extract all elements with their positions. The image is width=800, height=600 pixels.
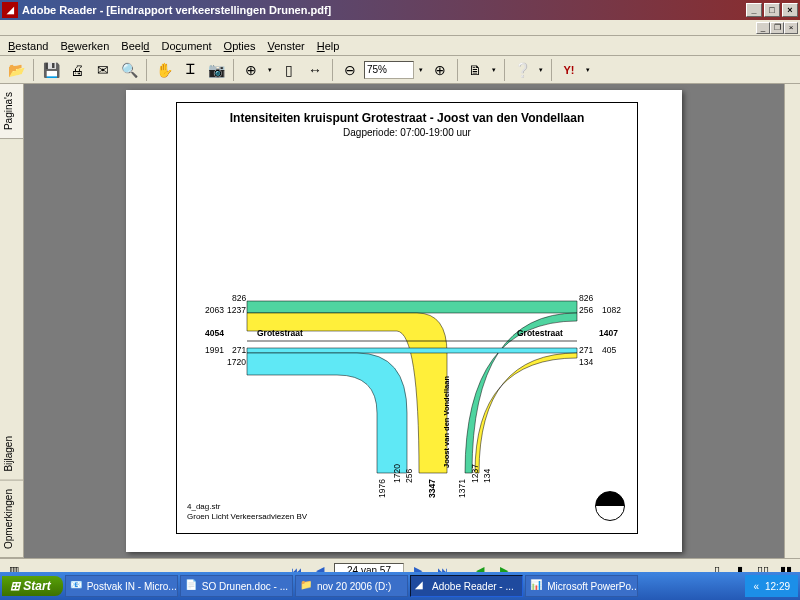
- save-copy-button[interactable]: 💾: [39, 58, 63, 82]
- footer-file: 4_dag.str: [187, 502, 220, 511]
- mdi-controls: _ ❐ ×: [0, 20, 800, 36]
- lbl-s-lpa: 1720: [392, 464, 402, 483]
- zoom-rect-button[interactable]: ⊕: [239, 58, 263, 82]
- lbl-w-botfar: 1720: [227, 357, 246, 367]
- help-button[interactable]: ❔: [510, 58, 534, 82]
- zoom-in-button[interactable]: ⊕: [428, 58, 452, 82]
- help-dd[interactable]: ▾: [536, 58, 546, 82]
- yahoo-dd[interactable]: ▾: [583, 58, 593, 82]
- open-button[interactable]: 📂: [4, 58, 28, 82]
- main-area: Pagina's Bijlagen Opmerkingen Intensitei…: [0, 84, 800, 558]
- chart-subtitle: Dagperiode: 07:00-19:00 uur: [177, 127, 637, 138]
- chart-body: 826 2063 1237 4054 Grotestraat 1991 271 …: [177, 153, 637, 533]
- windows-logo-icon: ⊞: [10, 579, 20, 593]
- email-button[interactable]: ✉: [91, 58, 115, 82]
- vertical-scrollbar[interactable]: [784, 84, 800, 558]
- start-button[interactable]: ⊞ Start: [2, 576, 63, 596]
- mdi-restore-button[interactable]: ❐: [770, 22, 784, 34]
- clock: 12:29: [765, 581, 790, 592]
- word-icon: 📄: [185, 579, 199, 593]
- yahoo-button[interactable]: Y!: [557, 58, 581, 82]
- window-titlebar: ◢ Adobe Reader - [Eindrapport verkeerste…: [0, 0, 800, 20]
- close-button[interactable]: ×: [782, 3, 798, 17]
- zoom-input[interactable]: [364, 61, 414, 79]
- adobe-icon: ◢: [415, 579, 429, 593]
- outlook-icon: 📧: [70, 579, 84, 593]
- toolbar: 📂 💾 🖨 ✉ 🔍 ✋ Ꮖ 📷 ⊕ ▾ ▯ ↔ ⊖ ▾ ⊕ 🗎 ▾ ❔ ▾ Y!…: [0, 56, 800, 84]
- window-title: Adobe Reader - [Eindrapport verkeerstell…: [22, 4, 746, 16]
- rotate-dd[interactable]: ▾: [489, 58, 499, 82]
- zoom-dd[interactable]: ▾: [416, 58, 426, 82]
- menu-bestand[interactable]: BBestandestand: [8, 40, 48, 52]
- sidebar-tab-opmerkingen[interactable]: Opmerkingen: [0, 481, 23, 558]
- menu-document[interactable]: Document: [161, 40, 211, 52]
- menu-opties[interactable]: Opties: [224, 40, 256, 52]
- menu-help[interactable]: Help: [317, 40, 340, 52]
- folder-icon: 📁: [300, 579, 314, 593]
- menu-venster[interactable]: Venster: [267, 40, 304, 52]
- fit-width-button[interactable]: ↔: [303, 58, 327, 82]
- adobe-reader-icon: ◢: [2, 2, 18, 18]
- sidebar-tab-paginas[interactable]: Pagina's: [0, 84, 23, 139]
- lbl-e-topout: 826: [579, 293, 593, 303]
- rotate-button[interactable]: 🗎: [463, 58, 487, 82]
- lbl-s-bold: 3347: [427, 479, 437, 498]
- lbl-street-west: Grotestraat: [257, 328, 303, 338]
- lbl-w-bold: 4054: [205, 328, 224, 338]
- tray-expand-icon[interactable]: «: [753, 581, 759, 592]
- zoom-rect-dd[interactable]: ▾: [265, 58, 275, 82]
- lbl-w-botout: 271: [232, 345, 246, 355]
- menu-beeld[interactable]: Beeld: [121, 40, 149, 52]
- chart-frame: Intensiteiten kruispunt Grotestraat - Jo…: [176, 102, 638, 534]
- taskbar-item-explorer[interactable]: 📁nov 20 2006 (D:): [295, 575, 408, 597]
- lbl-street-south: Joost van den Vondellaan: [442, 376, 451, 468]
- taskbar-item-outlook[interactable]: 📧Postvak IN - Micro...: [65, 575, 178, 597]
- zoom-out-button[interactable]: ⊖: [338, 58, 362, 82]
- mdi-close-button[interactable]: ×: [784, 22, 798, 34]
- lbl-s-lpb: 256: [404, 469, 414, 483]
- fit-page-button[interactable]: ▯: [277, 58, 301, 82]
- taskbar-item-adobe[interactable]: ◢Adobe Reader - ...: [410, 575, 523, 597]
- lbl-w-topin: 826: [232, 293, 246, 303]
- lbl-w-midin: 1237: [227, 305, 246, 315]
- powerpoint-icon: 📊: [530, 579, 544, 593]
- taskbar-item-word[interactable]: 📄SO Drunen.doc - ...: [180, 575, 293, 597]
- window-controls: _ □ ×: [746, 3, 798, 17]
- lbl-e-midout: 256: [579, 305, 593, 315]
- minimize-button[interactable]: _: [746, 3, 762, 17]
- system-tray[interactable]: « 12:29: [745, 575, 798, 597]
- lbl-e-bold: 1407: [599, 328, 618, 338]
- print-button[interactable]: 🖨: [65, 58, 89, 82]
- lbl-e-botfar: 134: [579, 357, 593, 367]
- lbl-e-bottotal: 405: [602, 345, 616, 355]
- menu-bar: BBestandestand Bewerken Beeld Document O…: [0, 36, 800, 56]
- lbl-s-rightin: 1371: [457, 479, 467, 498]
- lbl-s-leftout: 1976: [377, 479, 387, 498]
- search-button[interactable]: 🔍: [117, 58, 141, 82]
- sidebar: Pagina's Bijlagen Opmerkingen: [0, 84, 24, 558]
- lbl-s-rpa: 1237: [470, 464, 480, 483]
- menu-bewerken[interactable]: Bewerken: [60, 40, 109, 52]
- chart-title: Intensiteiten kruispunt Grotestraat - Jo…: [177, 111, 637, 125]
- lbl-street-east: Grotestraat: [517, 328, 563, 338]
- windows-taskbar: ⊞ Start 📧Postvak IN - Micro... 📄SO Drune…: [0, 572, 800, 600]
- pdf-page: Intensiteiten kruispunt Grotestraat - Jo…: [126, 90, 682, 552]
- mdi-minimize-button[interactable]: _: [756, 22, 770, 34]
- maximize-button[interactable]: □: [764, 3, 780, 17]
- select-tool-button[interactable]: Ꮖ: [178, 58, 202, 82]
- hand-tool-button[interactable]: ✋: [152, 58, 176, 82]
- sidebar-tab-bijlagen[interactable]: Bijlagen: [0, 428, 23, 481]
- lbl-w-bot-total: 1991: [205, 345, 224, 355]
- taskbar-item-powerpoint[interactable]: 📊Microsoft PowerPo...: [525, 575, 638, 597]
- compass-icon: [595, 491, 625, 521]
- lbl-s-rpb: 134: [482, 469, 492, 483]
- lbl-e-midtotal: 1082: [602, 305, 621, 315]
- lbl-e-botout: 271: [579, 345, 593, 355]
- snapshot-tool-button[interactable]: 📷: [204, 58, 228, 82]
- footer-org: Groen Licht Verkeersadviezen BV: [187, 512, 307, 521]
- document-viewport[interactable]: Intensiteiten kruispunt Grotestraat - Jo…: [24, 84, 784, 558]
- lbl-w-total-in: 2063: [205, 305, 224, 315]
